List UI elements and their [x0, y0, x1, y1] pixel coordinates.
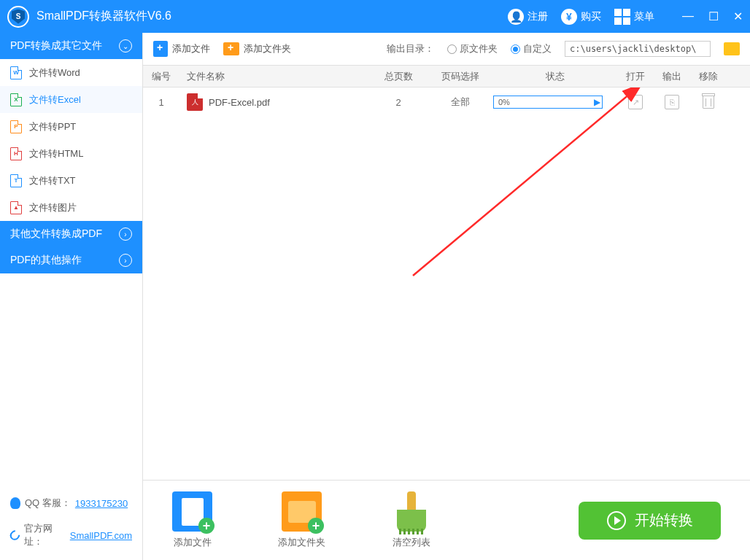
register-button[interactable]: 👤 注册	[508, 9, 548, 25]
site-label: 官方网址：	[24, 522, 66, 548]
add-folder-label: 添加文件夹	[244, 42, 291, 55]
content: 添加文件 添加文件夹 输出目录： 原文件夹 自定义 编号 文件名称 总页数	[143, 33, 750, 560]
big-add-folder-button[interactable]: + 添加文件夹	[278, 491, 325, 549]
excel-icon: X	[10, 93, 22, 106]
close-button[interactable]: ✕	[733, 9, 743, 23]
qq-link[interactable]: 1933175230	[75, 498, 128, 509]
titlebar: S SmallPDF转换器软件V6.6 👤 注册 ¥ 购买 菜单 — ☐ ✕	[0, 0, 750, 33]
section-label: PDF转换成其它文件	[10, 39, 102, 52]
big-clear-button[interactable]: 清空列表	[391, 491, 431, 549]
add-file-big-icon: +	[172, 491, 212, 532]
grid-icon	[614, 9, 630, 25]
ie-icon	[8, 529, 22, 542]
nav-label: 文件转图片	[29, 201, 77, 214]
big-add-file-button[interactable]: + 添加文件	[172, 491, 212, 549]
section-label: 其他文件转换成PDF	[10, 228, 102, 241]
yen-icon: ¥	[561, 9, 577, 25]
add-folder-icon	[223, 42, 239, 55]
txt-icon: T	[10, 174, 22, 187]
site-link[interactable]: SmallPDF.com	[70, 530, 132, 541]
cell-name: 人 PDF-Excel.pdf	[179, 93, 369, 111]
convert-button[interactable]: 开始转换	[579, 502, 721, 540]
radio-label-text: 自定义	[523, 42, 552, 55]
output-label: 输出目录：	[387, 42, 434, 55]
annotation-arrow	[391, 88, 654, 283]
radio-label-text: 原文件夹	[460, 42, 498, 55]
th-pages: 总页数	[369, 70, 428, 83]
nav-label: 文件转Word	[29, 66, 80, 79]
big-add-file-label: 添加文件	[174, 536, 212, 549]
radio-orig-folder[interactable]: 原文件夹	[447, 42, 498, 55]
add-file-button[interactable]: 添加文件	[153, 41, 210, 57]
nav-file-to-excel[interactable]: X文件转Excel	[0, 86, 142, 113]
play-circle-icon	[607, 511, 626, 530]
nav-label: 文件转TXT	[29, 174, 76, 187]
pdf-icon: 人	[187, 93, 203, 111]
progress-bar[interactable]: 0% ▶	[493, 96, 603, 109]
qq-label: QQ 客服：	[25, 497, 71, 510]
big-clear-label: 清空列表	[393, 536, 430, 549]
user-icon: 👤	[508, 9, 524, 25]
sidebar: PDF转换成其它文件 ⌄ W文件转Word X文件转Excel P文件转PPT …	[0, 33, 143, 560]
nav-file-to-html[interactable]: H文件转HTML	[0, 140, 142, 167]
add-file-icon	[153, 41, 168, 57]
add-folder-button[interactable]: 添加文件夹	[223, 42, 291, 55]
cell-pages: 2	[369, 97, 428, 108]
cell-range[interactable]: 全部	[428, 96, 493, 109]
nav-file-to-txt[interactable]: T文件转TXT	[0, 167, 142, 194]
menu-button[interactable]: 菜单	[614, 9, 654, 25]
cell-status: 0% ▶	[493, 96, 617, 109]
progress-text: 0%	[498, 98, 510, 106]
sidebar-footer: QQ 客服： 1933175230 官方网址： SmallPDF.com	[0, 478, 142, 560]
chevron-down-icon: ⌄	[119, 39, 132, 52]
file-name-text: PDF-Excel.pdf	[209, 97, 270, 108]
buy-button[interactable]: ¥ 购买	[561, 9, 601, 25]
delete-button[interactable]	[703, 96, 714, 109]
th-out: 输出	[654, 70, 690, 83]
word-icon: W	[10, 66, 22, 79]
cell-num: 1	[143, 97, 179, 108]
nav-label: 文件转Excel	[29, 93, 81, 106]
th-range: 页码选择	[428, 70, 493, 83]
table-body: 1 人 PDF-Excel.pdf 2 全部 0% ▶ ↗ ⎘	[143, 88, 750, 480]
radio-icon	[447, 44, 457, 54]
chevron-right-icon: ›	[119, 228, 132, 241]
add-file-label: 添加文件	[172, 42, 210, 55]
nav-file-to-image[interactable]: ▲文件转图片	[0, 194, 142, 221]
table-row[interactable]: 1 人 PDF-Excel.pdf 2 全部 0% ▶ ↗ ⎘	[143, 88, 750, 117]
ppt-icon: P	[10, 120, 22, 133]
nav-file-to-word[interactable]: W文件转Word	[0, 59, 142, 86]
nav-file-to-ppt[interactable]: P文件转PPT	[0, 113, 142, 140]
nav-label: 文件转PPT	[29, 120, 76, 133]
add-folder-big-icon: +	[282, 491, 322, 532]
chevron-right-icon: ›	[119, 254, 132, 267]
image-icon: ▲	[10, 201, 22, 214]
output-path-input[interactable]	[565, 41, 711, 57]
big-add-folder-label: 添加文件夹	[278, 536, 325, 549]
play-icon: ▶	[594, 97, 600, 107]
buy-label: 购买	[581, 10, 601, 23]
section-pdf-to-other[interactable]: PDF转换成其它文件 ⌄	[0, 33, 142, 59]
output-button[interactable]: ⎘	[665, 95, 679, 109]
browse-folder-button[interactable]	[724, 42, 740, 55]
app-logo: S	[7, 6, 29, 28]
open-button[interactable]: ↗	[628, 95, 643, 109]
nav-label: 文件转HTML	[29, 147, 83, 160]
radio-icon	[511, 44, 520, 54]
th-num: 编号	[143, 70, 179, 83]
th-name: 文件名称	[179, 70, 369, 83]
register-label: 注册	[527, 10, 548, 23]
app-title: SmallPDF转换器软件V6.6	[36, 9, 508, 24]
radio-custom[interactable]: 自定义	[511, 42, 552, 55]
section-pdf-ops[interactable]: PDF的其他操作 ›	[0, 247, 142, 273]
table-header: 编号 文件名称 总页数 页码选择 状态 打开 输出 移除	[143, 66, 750, 88]
section-other-to-pdf[interactable]: 其他文件转换成PDF ›	[0, 221, 142, 247]
menu-label: 菜单	[634, 10, 654, 23]
convert-label: 开始转换	[635, 510, 693, 530]
minimize-button[interactable]: —	[682, 9, 694, 23]
qq-icon	[10, 497, 20, 509]
html-icon: H	[10, 147, 22, 160]
th-status: 状态	[493, 70, 617, 83]
maximize-button[interactable]: ☐	[708, 9, 719, 23]
bottom-bar: + 添加文件 + 添加文件夹 清空列表 开始转换	[143, 480, 750, 560]
